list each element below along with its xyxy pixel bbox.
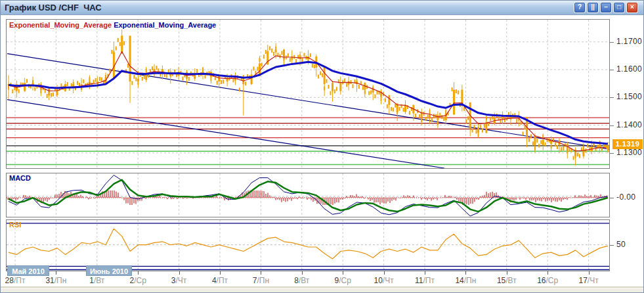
date-tick (179, 271, 180, 275)
rsi-plot[interactable] (7, 220, 609, 271)
macd-signal-line (9, 180, 608, 212)
price-tick-label: 1.1300 (616, 148, 642, 157)
macd-plot[interactable] (7, 173, 609, 217)
value-axis: 1.1319 -0.00 50 1.17001.16001.15001.1400… (610, 1, 644, 288)
month-badge: Июнь 2010 (86, 265, 132, 276)
chart-window: График USD /CHF ЧАС ? || – □ × Exponenti… (0, 0, 644, 293)
date-tick (547, 271, 548, 275)
indicator-legend: Exponential_Moving_Average Exponential_M… (9, 21, 216, 29)
price-tick-label: 1.1500 (616, 92, 642, 101)
date-tick-label: 15/Вт (486, 276, 528, 285)
price-plot[interactable] (7, 20, 609, 168)
price-panel[interactable]: Exponential_Moving_Average Exponential_M… (6, 19, 610, 169)
date-tick (465, 271, 466, 275)
macd-label: MACD (9, 174, 31, 182)
date-tick (302, 271, 303, 275)
rsi-line (9, 229, 608, 259)
date-tick-label: 11/Пт (404, 276, 446, 285)
rsi-label: RSI (9, 221, 21, 229)
date-tick-label: 17/Чт (568, 276, 610, 285)
date-tick (261, 271, 261, 275)
macd-axis-label: -0.00 (616, 192, 635, 202)
date-tick-label: 28/Пт (0, 276, 36, 285)
date-tick (56, 271, 56, 275)
date-tick-label: 8/Вт (281, 276, 323, 285)
trend-line (7, 54, 609, 150)
date-tick-label: 4/Пт (199, 276, 241, 285)
month-badge: Май 2010 (7, 265, 49, 276)
date-tick (138, 271, 139, 275)
date-tick-label: 16/Ср (526, 276, 569, 285)
date-tick-label: 9/Ср (322, 276, 364, 285)
date-tick-label: 3/Чт (158, 276, 200, 285)
price-tick-label: 1.1700 (616, 37, 642, 46)
date-tick-label: 10/Чт (363, 276, 405, 285)
date-tick-label: 1/Вт (76, 276, 118, 285)
macd-panel[interactable]: MACD (6, 173, 610, 217)
price-tick-label: 1.1400 (616, 120, 642, 129)
date-tick (425, 271, 425, 275)
pin-button[interactable]: || (587, 2, 599, 13)
axis-tick (610, 97, 614, 98)
axis-tick (610, 42, 614, 43)
axis-tick (610, 153, 614, 154)
date-tick-label: 2/Ср (117, 276, 159, 285)
legend-ema-slow-label: Exponential_Moving_Average (114, 21, 216, 29)
date-tick-label: 14/Пн (444, 276, 486, 285)
date-tick (507, 271, 507, 275)
window-bottom-edge (1, 288, 643, 293)
help-button[interactable]: ? (574, 2, 586, 13)
date-tick (220, 271, 221, 275)
axis-tick (610, 70, 614, 70)
ema-slow-line (9, 62, 608, 144)
price-tick-label: 1.1600 (616, 64, 642, 74)
trend-line (7, 100, 444, 168)
axis-tick (610, 125, 614, 126)
date-tick (589, 271, 590, 275)
legend-ema-fast-label: Exponential_Moving_Average (9, 21, 112, 29)
date-tick-label: 7/Пн (240, 276, 282, 285)
current-price-marker (606, 146, 609, 149)
rsi-axis-label: 50 (616, 240, 626, 249)
date-tick (384, 271, 385, 275)
axis-tick (610, 198, 614, 198)
window-title: График USD /CHF ЧАС (5, 3, 102, 12)
axis-tick (610, 245, 614, 246)
titlebar[interactable]: График USD /CHF ЧАС ? || – □ × (1, 1, 643, 15)
rsi-panel[interactable]: RSI (6, 219, 610, 271)
date-tick-label: 31/Пн (35, 276, 77, 285)
date-tick (343, 271, 343, 275)
